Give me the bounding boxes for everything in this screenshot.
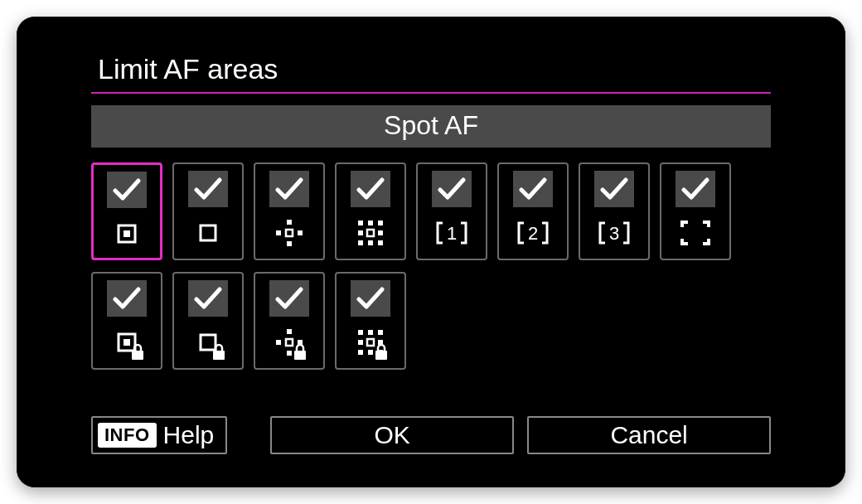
svg-rect-2 — [201, 225, 216, 240]
svg-rect-34 — [378, 330, 383, 335]
around-icon — [346, 216, 395, 252]
af-tile-whole-area[interactable] — [660, 162, 731, 260]
zone3-icon: 3 — [589, 216, 639, 252]
check-icon — [107, 280, 147, 317]
af-tile-expand-cross-lock[interactable] — [254, 272, 325, 370]
af-tile-spot-af[interactable] — [91, 162, 162, 260]
current-mode-label: Spot AF — [91, 105, 771, 148]
svg-rect-6 — [276, 230, 281, 235]
check-icon — [432, 171, 472, 207]
check-icon — [188, 171, 228, 207]
whole-icon — [671, 216, 720, 252]
svg-rect-13 — [378, 230, 383, 235]
svg-rect-15 — [368, 240, 373, 245]
svg-text:3: 3 — [609, 223, 619, 244]
af-tile-flexible-zone-3[interactable]: 3 — [579, 162, 650, 260]
svg-rect-33 — [368, 330, 373, 335]
check-icon — [513, 171, 553, 207]
af-tile-expand-around-lock[interactable] — [335, 272, 406, 370]
info-help-button[interactable]: INFO Help — [91, 416, 227, 454]
svg-rect-30 — [294, 351, 306, 360]
svg-rect-40 — [375, 351, 387, 360]
svg-rect-5 — [287, 241, 292, 246]
ok-button[interactable]: OK — [270, 416, 514, 454]
check-icon — [269, 280, 309, 317]
svg-rect-12 — [358, 230, 363, 235]
svg-rect-37 — [358, 350, 363, 355]
svg-rect-4 — [287, 220, 292, 225]
svg-rect-16 — [378, 240, 383, 245]
af-tile-1pt-af-lock[interactable] — [172, 272, 244, 370]
af-area-row-2 — [91, 272, 771, 370]
spot-lock-icon — [102, 325, 152, 361]
svg-rect-3 — [286, 230, 293, 236]
af-area-row-1: 123 — [91, 162, 771, 260]
af-tile-expand-around[interactable] — [335, 162, 406, 260]
af-tile-expand-cross[interactable] — [254, 162, 325, 260]
check-icon — [107, 172, 147, 208]
svg-rect-32 — [358, 330, 363, 335]
svg-rect-21 — [123, 339, 130, 346]
footer-bar: INFO Help OK Cancel — [91, 416, 771, 454]
zone2-icon: 2 — [508, 216, 558, 252]
cross-lock-icon — [264, 325, 314, 361]
af-tile-spot-af-lock[interactable] — [91, 272, 162, 370]
single-icon — [183, 216, 233, 252]
check-icon — [351, 280, 390, 317]
svg-rect-11 — [378, 220, 383, 225]
cross-icon — [264, 216, 314, 252]
svg-rect-24 — [213, 351, 225, 360]
svg-rect-31 — [367, 339, 374, 346]
help-label: Help — [163, 421, 215, 449]
check-icon — [594, 171, 634, 207]
svg-rect-23 — [201, 335, 216, 350]
zone1-icon: 1 — [427, 216, 477, 252]
check-icon — [676, 171, 715, 207]
check-icon — [351, 171, 390, 207]
svg-rect-25 — [286, 339, 293, 346]
svg-rect-1 — [123, 230, 130, 237]
around-lock-icon — [346, 325, 395, 361]
svg-rect-27 — [287, 351, 292, 356]
svg-rect-38 — [368, 350, 373, 355]
svg-rect-26 — [287, 329, 292, 334]
camera-menu-screen: Limit AF areas Spot AF 123 INFO Help OK … — [17, 17, 845, 487]
page-title: Limit AF areas — [91, 50, 771, 94]
svg-rect-10 — [368, 220, 373, 225]
svg-rect-7 — [298, 230, 303, 235]
svg-rect-35 — [358, 340, 363, 345]
svg-rect-8 — [367, 230, 374, 236]
spot-icon — [102, 216, 152, 253]
af-area-grid: 123 — [91, 162, 771, 370]
check-icon — [269, 171, 309, 207]
cancel-button[interactable]: Cancel — [527, 416, 771, 454]
af-tile-flexible-zone-2[interactable]: 2 — [497, 162, 569, 260]
svg-rect-22 — [132, 351, 143, 360]
svg-text:1: 1 — [447, 223, 457, 244]
af-tile-1pt-af[interactable] — [172, 162, 244, 260]
svg-rect-14 — [358, 240, 363, 245]
check-icon — [188, 280, 228, 317]
svg-rect-28 — [276, 340, 281, 345]
info-badge: INFO — [98, 423, 157, 448]
af-tile-flexible-zone-1[interactable]: 1 — [416, 162, 487, 260]
svg-text:2: 2 — [528, 223, 538, 244]
svg-rect-9 — [358, 220, 363, 225]
single-lock-icon — [183, 325, 233, 361]
